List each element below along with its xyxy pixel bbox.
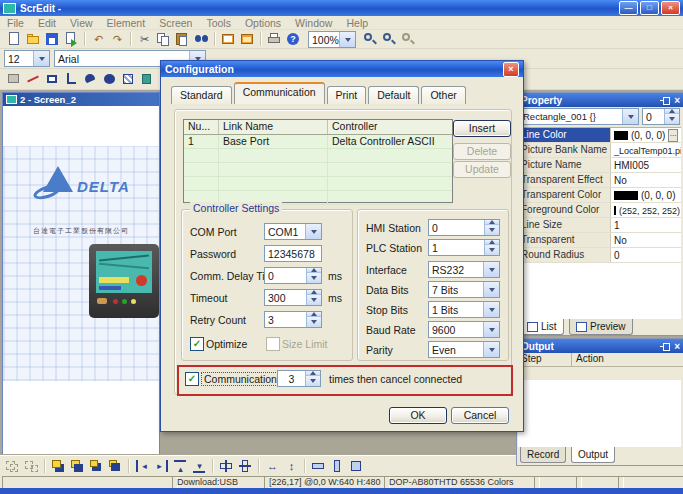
color-picker-button[interactable]: ... xyxy=(668,129,678,142)
open-screen-icon[interactable] xyxy=(239,31,256,47)
print-icon[interactable] xyxy=(266,31,283,47)
same-size-icon[interactable] xyxy=(348,458,365,474)
table-row[interactable] xyxy=(184,163,452,177)
pin-icon[interactable] xyxy=(660,96,670,105)
group-icon[interactable] xyxy=(4,458,21,474)
cut-icon[interactable]: ✂ xyxy=(136,31,153,47)
same-height-icon[interactable] xyxy=(329,458,346,474)
new-icon[interactable] xyxy=(6,31,23,47)
space-down-icon[interactable]: ↕ xyxy=(283,458,300,474)
output-col-step[interactable]: Step xyxy=(517,353,572,366)
align-right-icon[interactable]: ▸ xyxy=(153,458,170,474)
save-icon[interactable] xyxy=(44,31,61,47)
zoom-out-icon[interactable] xyxy=(381,31,398,47)
ellipse-tool-icon[interactable] xyxy=(101,71,118,87)
send-to-back-icon[interactable] xyxy=(69,458,86,474)
property-row-transparent-color[interactable]: Transparent Color (0, 0, 0) xyxy=(518,188,681,203)
screen-canvas[interactable]: DELTA 台達電子工業股份有限公司 xyxy=(3,106,159,454)
menu-view[interactable]: View xyxy=(63,17,100,29)
ungroup-icon[interactable] xyxy=(23,458,40,474)
table-row[interactable]: 1 Base Port Delta Controller ASCII xyxy=(184,135,452,149)
screen-window-title-bar[interactable]: 2 - Screen_2 xyxy=(3,93,159,106)
copy-icon[interactable] xyxy=(155,31,172,47)
restore-button[interactable]: □ xyxy=(640,1,659,15)
link-table[interactable]: Nu... Link Name Controller 1 Base Port D… xyxy=(183,119,453,203)
close-icon[interactable]: × xyxy=(674,340,680,353)
spinner-arrows-icon[interactable] xyxy=(305,371,320,386)
pattern-tool-icon[interactable] xyxy=(120,71,137,87)
delete-button[interactable]: Delete xyxy=(453,143,511,160)
scale-tool-icon[interactable] xyxy=(139,71,156,87)
spinner-arrows-icon[interactable] xyxy=(306,268,321,283)
pin-icon[interactable] xyxy=(660,342,670,351)
spinner-arrows-icon[interactable] xyxy=(484,220,499,235)
tab-communication[interactable]: Communication xyxy=(234,82,325,104)
property-row-transparent-effect[interactable]: Transparent Effect No xyxy=(518,173,681,188)
redo-icon[interactable]: ↷ xyxy=(109,31,126,47)
property-row-foreground-color[interactable]: Foreground Color (252, 252, 252) xyxy=(518,203,681,218)
arc-tool-icon[interactable] xyxy=(82,71,99,87)
cancel-button[interactable]: Cancel xyxy=(451,407,509,424)
tab-output[interactable]: Output xyxy=(571,447,615,463)
menu-element[interactable]: Element xyxy=(100,17,153,29)
font-size-select[interactable]: 12 xyxy=(4,50,50,67)
open-icon[interactable] xyxy=(25,31,42,47)
password-field[interactable]: 12345678 xyxy=(264,245,322,262)
close-button[interactable]: × xyxy=(661,1,680,15)
rect-tool-icon[interactable] xyxy=(44,71,61,87)
property-row-picture-name[interactable]: Picture Name HMI005 xyxy=(518,158,681,173)
polyline-tool-icon[interactable] xyxy=(63,71,80,87)
help-icon[interactable]: ? xyxy=(285,31,302,47)
tab-standard[interactable]: Standard xyxy=(171,86,232,104)
align-left-icon[interactable]: ◂ xyxy=(134,458,151,474)
element-index-stepper[interactable]: 0 xyxy=(642,108,680,125)
zoom-select[interactable]: 100% xyxy=(308,31,356,48)
communication-checkbox[interactable]: ✓ xyxy=(185,372,199,386)
element-select[interactable]: Rectangle_001 {} xyxy=(519,108,639,125)
output-col-action[interactable]: Action xyxy=(572,353,683,366)
tab-other[interactable]: Other xyxy=(421,86,465,104)
export-icon[interactable] xyxy=(63,31,80,47)
minimize-button[interactable]: — xyxy=(619,1,638,15)
menu-window[interactable]: Window xyxy=(288,17,339,29)
update-button[interactable]: Update xyxy=(453,161,511,178)
property-row-transparent[interactable]: Transparent No xyxy=(518,233,681,248)
center-horizontal-icon[interactable] xyxy=(218,458,235,474)
menu-screen[interactable]: Screen xyxy=(152,17,199,29)
plc-station-stepper[interactable]: 1 xyxy=(428,239,500,256)
select-tool-icon[interactable] xyxy=(6,71,23,87)
hmi-station-stepper[interactable]: 0 xyxy=(428,219,500,236)
tab-print[interactable]: Print xyxy=(327,86,367,104)
communication-retry-stepper[interactable]: 3 xyxy=(277,370,321,387)
menu-options[interactable]: Options xyxy=(238,17,288,29)
table-row[interactable] xyxy=(184,149,452,163)
send-backward-icon[interactable] xyxy=(107,458,124,474)
center-vertical-icon[interactable] xyxy=(237,458,254,474)
property-row-line-color[interactable]: Line Color (0, 0, 0)... xyxy=(518,128,681,143)
bring-forward-icon[interactable] xyxy=(88,458,105,474)
tab-record[interactable]: Record xyxy=(520,447,566,463)
property-row-picture-bank[interactable]: Picture Bank Name _LocalTemp01.pib xyxy=(518,143,681,158)
spinner-arrows-icon[interactable] xyxy=(306,290,321,305)
find-icon[interactable] xyxy=(193,31,210,47)
property-row-line-size[interactable]: Line Size 1 xyxy=(518,218,681,233)
line-tool-icon[interactable] xyxy=(25,71,42,87)
zoom-tool-icon[interactable] xyxy=(400,31,417,47)
dialog-close-button[interactable]: × xyxy=(503,62,519,77)
spinner-arrows-icon[interactable] xyxy=(664,109,679,124)
tab-default[interactable]: Default xyxy=(368,86,419,104)
property-row-round-radius[interactable]: Round Radius 0 xyxy=(518,248,681,263)
paste-icon[interactable] xyxy=(174,31,191,47)
menu-file[interactable]: File xyxy=(0,17,31,29)
baud-rate-select[interactable]: 9600 xyxy=(428,321,500,338)
size-limit-checkbox[interactable] xyxy=(266,337,280,351)
new-screen-icon[interactable] xyxy=(220,31,237,47)
interface-select[interactable]: RS232 xyxy=(428,261,500,278)
align-bottom-icon[interactable]: ▾ xyxy=(191,458,208,474)
spinner-arrows-icon[interactable] xyxy=(484,240,499,255)
optimize-checkbox[interactable]: ✓ xyxy=(190,337,204,351)
align-top-icon[interactable]: ▴ xyxy=(172,458,189,474)
bring-to-front-icon[interactable] xyxy=(50,458,67,474)
tab-list[interactable]: List xyxy=(520,319,564,335)
insert-button[interactable]: Insert xyxy=(453,120,511,137)
